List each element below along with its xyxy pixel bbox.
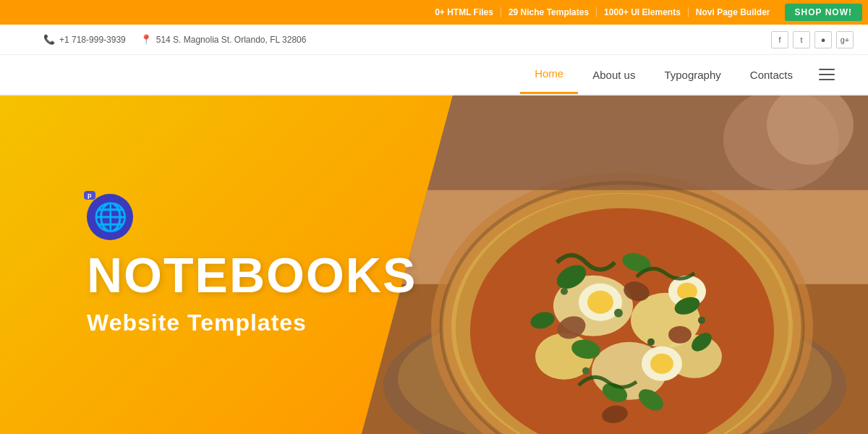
promo-ui-elements: 1000+ UI Elements (597, 7, 689, 17)
googleplus-icon[interactable]: g+ (836, 31, 854, 48)
nav-bar: Home About us Typography Contacts (0, 55, 868, 95)
nav-home[interactable]: Home (520, 55, 578, 94)
sub-header-contacts: 📞 +1 718-999-3939 📍 514 S. Magnolia St. … (43, 34, 306, 45)
hero-content: p NOTEBOOKS Website Templates (0, 95, 521, 434)
shop-now-button[interactable]: SHOP NOW! (785, 4, 862, 21)
promo-bar: 0+ HTML Files 29 Niche Templates 1000+ U… (0, 0, 868, 25)
twitter-icon[interactable]: t (793, 31, 810, 48)
svg-point-34 (698, 317, 705, 324)
svg-point-35 (561, 288, 568, 295)
svg-point-32 (647, 339, 655, 346)
phone-contact: 📞 +1 718-999-3939 (43, 34, 126, 45)
promo-niche-templates: 29 Niche Templates (501, 7, 597, 17)
address-text: 514 S. Magnolia St. Orlando, FL 32806 (156, 35, 307, 45)
globe-badge: p (84, 191, 95, 200)
hero-logo-group: p (87, 194, 521, 240)
hamburger-icon (819, 69, 835, 80)
address-contact: 📍 514 S. Magnolia St. Orlando, FL 32806 (140, 34, 307, 45)
hamburger-menu[interactable] (807, 55, 846, 94)
phone-icon: 📞 (43, 34, 55, 45)
svg-point-16 (650, 354, 673, 374)
globe-icon: p (87, 194, 133, 240)
promo-page-builder: Novi Page Builder (689, 7, 778, 17)
svg-point-29 (668, 326, 692, 344)
nav-contacts[interactable]: Contacts (736, 55, 807, 94)
hero-subtitle: Website Templates (87, 310, 521, 336)
hero-title: NOTEBOOKS (87, 250, 521, 299)
nav-typography[interactable]: Typography (650, 55, 735, 94)
hero-section: p NOTEBOOKS Website Templates (0, 95, 868, 434)
sub-header: 📞 +1 718-999-3939 📍 514 S. Magnolia St. … (0, 25, 868, 55)
svg-point-18 (677, 283, 697, 300)
location-icon: 📍 (140, 34, 152, 45)
instagram-icon[interactable]: ● (814, 31, 832, 48)
svg-point-31 (614, 309, 623, 318)
phone-number: +1 718-999-3939 (59, 35, 126, 45)
svg-point-14 (587, 291, 613, 314)
social-icons-group: f t ● g+ (771, 31, 854, 48)
promo-html-files: 0+ HTML Files (427, 7, 501, 17)
facebook-icon[interactable]: f (771, 31, 788, 48)
svg-point-33 (582, 367, 590, 375)
nav-about[interactable]: About us (578, 55, 650, 94)
